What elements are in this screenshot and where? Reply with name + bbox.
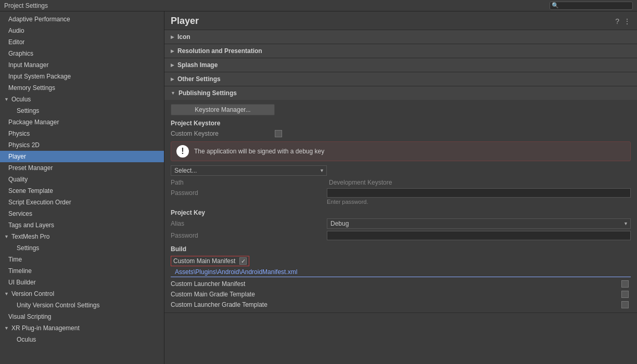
custom-keystore-label: Custom Keystore — [171, 130, 275, 137]
sidebar-item-textmesh-pro-settings[interactable]: Settings — [0, 242, 164, 254]
sidebar-item-memory-settings[interactable]: Memory Settings — [0, 82, 164, 94]
search-bar[interactable]: 🔍 — [550, 2, 633, 10]
sidebar-item-adaptive-performance[interactable]: Adaptive Performance — [0, 14, 164, 25]
password-input[interactable] — [327, 188, 631, 198]
alias-row: Alias Debug ▼ — [171, 218, 631, 229]
sidebar-item-editor[interactable]: Editor — [0, 36, 164, 48]
top-bar: Project Settings 🔍 — [0, 0, 637, 11]
triangle-xr-plugin-management-icon: ▼ — [4, 323, 10, 333]
sidebar-item-services[interactable]: Services — [0, 208, 164, 219]
sidebar-item-physics-2d[interactable]: Physics 2D — [0, 139, 164, 151]
sidebar-label-time: Time — [8, 255, 22, 264]
page-title: Player — [171, 16, 615, 27]
sidebar-label-graphics: Graphics — [8, 49, 33, 58]
sidebar-label-oculus-settings: Settings — [17, 106, 39, 115]
section-resolution-header[interactable]: ▶ Resolution and Presentation — [164, 44, 637, 58]
window-title: Project Settings — [4, 2, 48, 9]
sidebar-item-quality[interactable]: Quality — [0, 174, 164, 185]
warning-icon: ! — [176, 145, 189, 158]
sidebar-item-tags-and-layers[interactable]: Tags and Layers — [0, 219, 164, 231]
section-resolution: ▶ Resolution and Presentation — [164, 44, 637, 58]
password-label: Password — [171, 189, 327, 197]
path-value: Development Keystore — [327, 178, 631, 187]
key-password-label: Password — [171, 232, 327, 239]
custom-launcher-gradle-checkbox[interactable] — [621, 301, 629, 308]
sidebar-item-scene-template[interactable]: Scene Template — [0, 185, 164, 197]
sidebar-item-unity-version-control-settings[interactable]: Unity Version Control Settings — [0, 300, 164, 311]
sidebar-item-input-manager[interactable]: Input Manager — [0, 59, 164, 71]
custom-keystore-row: Custom Keystore — [171, 130, 631, 137]
path-label: Path — [171, 178, 327, 187]
sidebar-label-physics: Physics — [8, 129, 30, 138]
sidebar-label-scene-template: Scene Template — [8, 186, 53, 196]
sidebar-item-oculus[interactable]: ▼ Oculus — [0, 94, 164, 105]
sidebar-item-textmesh-pro[interactable]: ▼ TextMesh Pro — [0, 231, 164, 242]
sidebar-label-input-manager: Input Manager — [8, 60, 48, 70]
path-row: Path Development Keystore — [171, 178, 631, 187]
main-layout: Adaptive PerformanceAudioEditorGraphicsI… — [0, 11, 637, 364]
sidebar-item-player[interactable]: Player — [0, 151, 164, 162]
sidebar-label-player: Player — [8, 152, 26, 161]
sidebar-item-time[interactable]: Time — [0, 254, 164, 265]
triangle-splash-icon: ▶ — [171, 62, 174, 68]
sidebar-item-oculus-settings[interactable]: Settings — [0, 105, 164, 116]
sidebar-label-textmesh-pro-settings: Settings — [17, 243, 39, 253]
custom-main-gradle-checkbox[interactable] — [621, 291, 629, 298]
sidebar-item-graphics[interactable]: Graphics — [0, 48, 164, 59]
section-splash-header[interactable]: ▶ Splash Image — [164, 58, 637, 72]
section-resolution-label: Resolution and Presentation — [177, 47, 262, 55]
sidebar-label-physics-2d: Physics 2D — [8, 140, 40, 150]
sidebar-label-oculus: Oculus — [11, 95, 31, 104]
keystore-select-row: Select... ▼ — [171, 165, 631, 176]
sidebar-item-preset-manager[interactable]: Preset Manager — [0, 162, 164, 174]
search-wrapper[interactable]: 🔍 — [550, 2, 633, 10]
help-icon[interactable]: ? — [615, 17, 619, 25]
sidebar-label-package-manager: Package Manager — [8, 118, 59, 127]
custom-keystore-checkbox[interactable] — [275, 130, 282, 137]
section-splash-label: Splash Image — [177, 61, 218, 69]
sidebar-item-script-execution-order[interactable]: Script Execution Order — [0, 197, 164, 208]
build-section-title: Build — [171, 245, 631, 253]
sidebar-label-preset-manager: Preset Manager — [8, 163, 53, 173]
custom-launcher-manifest-row: Custom Launcher Manifest — [171, 280, 631, 288]
section-other-header[interactable]: ▶ Other Settings — [164, 72, 637, 86]
triangle-textmesh-pro-icon: ▼ — [4, 232, 10, 241]
keystore-manager-button[interactable]: Keystore Manager... — [171, 104, 275, 115]
sidebar-label-xr-plugin-management: XR Plug-in Management — [11, 323, 80, 333]
section-icon-label: Icon — [177, 33, 190, 41]
search-input[interactable] — [550, 2, 633, 10]
more-icon[interactable]: ⋮ — [623, 17, 631, 25]
triangle-version-control-icon: ▼ — [4, 289, 10, 298]
key-password-input[interactable] — [327, 231, 631, 240]
custom-launcher-manifest-label: Custom Launcher Manifest — [171, 280, 621, 288]
sidebar-item-xr-plugin-management[interactable]: ▼ XR Plug-in Management — [0, 322, 164, 334]
sidebar-item-timeline[interactable]: Timeline — [0, 265, 164, 277]
publishing-body: Keystore Manager... Project Keystore Cus… — [164, 100, 637, 313]
custom-main-manifest-row: Custom Main Manifest ✓ — [171, 256, 249, 266]
custom-main-manifest-checkbox[interactable]: ✓ — [239, 257, 247, 265]
sidebar-item-physics[interactable]: Physics — [0, 128, 164, 139]
section-publishing-header[interactable]: ▼ Publishing Settings — [164, 86, 637, 100]
sidebar-label-textmesh-pro: TextMesh Pro — [11, 232, 49, 241]
triangle-publishing-icon: ▼ — [171, 90, 175, 96]
sidebar-item-ui-builder[interactable]: UI Builder — [0, 277, 164, 288]
sidebar: Adaptive PerformanceAudioEditorGraphicsI… — [0, 11, 164, 364]
sidebar-label-input-system-package: Input System Package — [8, 72, 71, 81]
sidebar-item-xr-oculus[interactable]: Oculus — [0, 334, 164, 345]
sidebar-item-package-manager[interactable]: Package Manager — [0, 116, 164, 128]
alias-select-wrapper[interactable]: Debug ▼ — [327, 218, 631, 229]
keystore-select[interactable]: Select... — [171, 165, 327, 176]
sidebar-item-input-system-package[interactable]: Input System Package — [0, 71, 164, 82]
keystore-select-wrapper[interactable]: Select... ▼ — [171, 165, 327, 176]
custom-launcher-gradle-row: Custom Launcher Gradle Template — [171, 301, 631, 308]
password-row: Password — [171, 188, 631, 198]
section-icon-header[interactable]: ▶ Icon — [164, 30, 637, 44]
custom-launcher-manifest-checkbox[interactable] — [621, 280, 629, 288]
sidebar-label-tags-and-layers: Tags and Layers — [8, 220, 54, 230]
content-header: Player ? ⋮ — [164, 11, 637, 30]
sidebar-item-audio[interactable]: Audio — [0, 25, 164, 36]
alias-select[interactable]: Debug — [327, 218, 631, 229]
section-splash: ▶ Splash Image — [164, 58, 637, 72]
sidebar-item-visual-scripting[interactable]: Visual Scripting — [0, 311, 164, 322]
sidebar-item-version-control[interactable]: ▼ Version Control — [0, 288, 164, 300]
